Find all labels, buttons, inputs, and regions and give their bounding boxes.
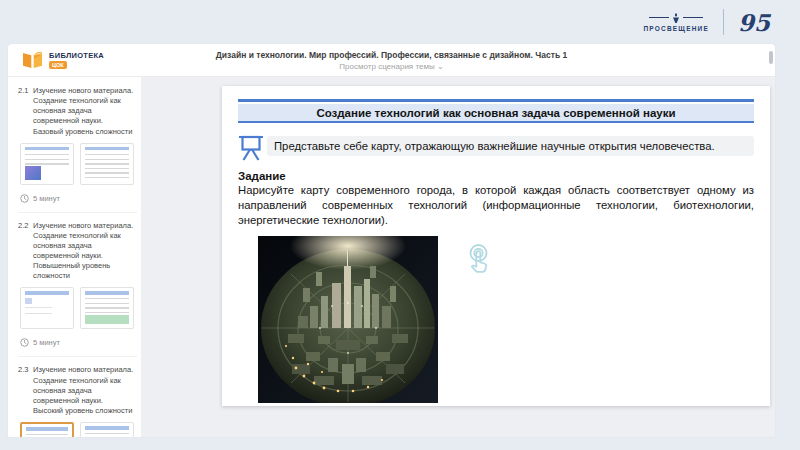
sidebar-item-thumbs <box>20 287 137 329</box>
sidebar-item-thumbs <box>20 422 137 437</box>
slide-card: Создание технологий как основная задача … <box>222 86 770 406</box>
prosveshchenie-logo: ПРОСВЕЩЕНИЕ <box>643 13 709 32</box>
sidebar-list: 2.1 Изучение нового материала. Создание … <box>8 77 141 437</box>
view-mode-label: Просмотр сценария темы <box>339 62 434 71</box>
sidebar-item-title: Изучение нового материала. Создание техн… <box>33 221 137 282</box>
slide-thumbnail[interactable] <box>80 422 134 437</box>
logo-divider <box>723 9 724 35</box>
app-body: 2.1 Изучение нового материала. Создание … <box>8 77 775 437</box>
task-label: Задание <box>238 170 754 182</box>
sidebar-item[interactable]: 2.2 Изучение нового материала. Создание … <box>18 212 137 348</box>
slide-thumbnail-selected[interactable] <box>20 422 74 437</box>
brand-name: ПРОСВЕЩЕНИЕ <box>643 25 709 32</box>
media-row <box>258 236 754 403</box>
slide-thumbnail[interactable] <box>80 143 134 185</box>
anniversary-logo: 95 <box>738 11 770 34</box>
app-header: БИБЛИОТЕКА ЦОК Дизайн и технологии. Мир … <box>8 44 775 77</box>
sidebar-item-thumbs <box>20 143 137 185</box>
sidebar-item-title: Изучение нового материала. Создание техн… <box>33 86 137 137</box>
sidebar-item-duration: 5 минут <box>33 194 60 203</box>
presentation-board-icon <box>238 133 264 161</box>
library-logo-title: БИБЛИОТЕКА <box>49 51 104 60</box>
torch-icon <box>672 13 680 23</box>
library-logo-badge: ЦОК <box>49 61 67 69</box>
app-window: БИБЛИОТЕКА ЦОК Дизайн и технологии. Мир … <box>8 44 775 437</box>
callout-text: Представьте себе карту, отражающую важне… <box>267 136 754 156</box>
sidebar-item-number: 2.1 <box>18 86 33 137</box>
slide-thumbnail[interactable] <box>20 287 74 329</box>
clock-icon <box>20 194 29 203</box>
slide-title: Создание технологий как основная задача … <box>238 104 754 121</box>
slide-thumbnail[interactable] <box>20 143 74 185</box>
callout-row: Представьте себе карту, отражающую важне… <box>238 130 754 161</box>
sidebar-item-duration-row: 5 минут <box>20 194 137 203</box>
sidebar-item-duration-row: 5 минут <box>20 338 137 347</box>
chevron-down-icon: ⌄ <box>437 62 444 71</box>
course-title: Дизайн и технологии. Мир профессий. Проф… <box>216 50 567 60</box>
top-brand-bar: ПРОСВЕЩЕНИЕ 95 <box>0 0 800 44</box>
slide-title-rule <box>238 121 754 123</box>
logo-line-right <box>683 17 703 18</box>
logo-line-left <box>649 17 669 18</box>
sidebar-item[interactable]: 2.3 Изучение нового материала. Создание … <box>18 356 137 437</box>
clock-icon <box>20 338 29 347</box>
tap-hand-icon <box>463 242 495 280</box>
slide-top-rule <box>238 99 754 102</box>
scrollbar-thumb[interactable] <box>769 51 773 64</box>
task-text: Нарисуйте карту современного города, в к… <box>238 183 754 228</box>
view-mode-dropdown[interactable]: Просмотр сценария темы ⌄ <box>216 62 567 71</box>
slide-thumbnail[interactable] <box>80 287 134 329</box>
header-center: Дизайн и технологии. Мир профессий. Проф… <box>216 50 567 71</box>
library-logo[interactable]: БИБЛИОТЕКА ЦОК <box>8 50 104 70</box>
open-book-icon <box>21 50 44 70</box>
sidebar-item-title: Изучение нового материала. Создание техн… <box>33 365 137 416</box>
slide-preview-area: Создание технологий как основная задача … <box>141 77 775 437</box>
page: ПРОСВЕЩЕНИЕ 95 БИБЛИОТЕКА ЦОК Дизайн <box>0 0 800 450</box>
sidebar-item-number: 2.3 <box>18 365 33 416</box>
city-aerial-image[interactable] <box>258 236 438 403</box>
sidebar-item-number: 2.2 <box>18 221 33 282</box>
sidebar-item-duration: 5 минут <box>33 338 60 347</box>
sidebar-item[interactable]: 2.1 Изучение нового материала. Создание … <box>18 86 137 203</box>
